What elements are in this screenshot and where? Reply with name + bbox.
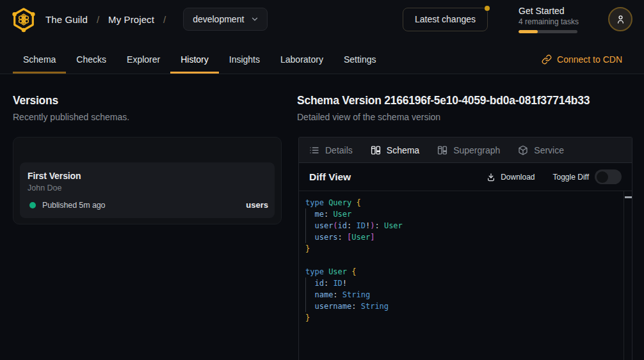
schema-code-viewer[interactable]: type Query { me: User user(id: ID!): Use… bbox=[299, 191, 632, 360]
code-token-paren: ] bbox=[370, 233, 374, 242]
main-content: Versions Recently published schemas. Fir… bbox=[0, 74, 644, 360]
project-name[interactable]: My Project bbox=[108, 14, 154, 25]
code-token-pl bbox=[305, 233, 314, 242]
tab-schema[interactable]: Schema bbox=[13, 45, 66, 74]
code-line: type Query { bbox=[305, 197, 616, 208]
tab-schema-label: Schema bbox=[23, 54, 56, 65]
connect-cdn-button[interactable]: Connect to CDN bbox=[542, 45, 622, 74]
version-list-item[interactable]: First Version John Doe Published 5m ago … bbox=[20, 162, 275, 218]
connect-cdn-label: Connect to CDN bbox=[557, 54, 622, 65]
get-started-progress-fill bbox=[519, 30, 538, 33]
tab-settings-label: Settings bbox=[344, 54, 376, 65]
toggle-diff-switch[interactable] bbox=[595, 169, 622, 184]
tab-insights-label: Insights bbox=[229, 54, 260, 65]
version-name: First Version bbox=[28, 171, 268, 182]
tab-settings[interactable]: Settings bbox=[334, 45, 387, 74]
code-scrollbar[interactable] bbox=[624, 191, 632, 360]
box-icon bbox=[518, 145, 528, 155]
org-name[interactable]: The Guild bbox=[45, 14, 88, 25]
panel-tabs: Details Schema bbox=[299, 137, 632, 163]
versions-subtitle: Recently published schemas. bbox=[13, 112, 282, 122]
tab-laboratory-label: Laboratory bbox=[280, 54, 323, 65]
code-token-scal: String bbox=[361, 302, 389, 311]
code-line: } bbox=[305, 243, 616, 254]
code-line: id: ID! bbox=[305, 278, 616, 289]
code-line: user(id: ID!): User bbox=[305, 220, 616, 231]
indent-guide bbox=[305, 278, 306, 312]
target-dropdown-value: development bbox=[193, 14, 244, 24]
tab-checks[interactable]: Checks bbox=[66, 45, 117, 74]
tab-history-label: History bbox=[181, 54, 209, 65]
user-icon bbox=[615, 14, 626, 25]
panel-tab-service-label: Service bbox=[534, 145, 564, 155]
code-token-punc: : bbox=[338, 233, 342, 242]
code-token-pl bbox=[380, 221, 384, 230]
panel-tab-supergraph-label: Supergraph bbox=[453, 145, 500, 155]
code-token-typ: User bbox=[351, 233, 370, 242]
panel-tab-service[interactable]: Service bbox=[518, 145, 564, 155]
main-nav: Schema Checks Explorer History Insights … bbox=[0, 38, 644, 74]
code-token-typ: Query bbox=[328, 198, 351, 207]
tab-history[interactable]: History bbox=[170, 45, 219, 74]
notification-dot bbox=[485, 6, 490, 11]
code-token-paren: ( bbox=[333, 221, 337, 230]
tab-laboratory[interactable]: Laboratory bbox=[270, 45, 334, 74]
code-token-typ: User bbox=[384, 221, 403, 230]
version-author: John Doe bbox=[28, 184, 268, 193]
code-token-pl bbox=[305, 290, 314, 299]
published-status-dot bbox=[29, 202, 36, 208]
get-started-widget[interactable]: Get Started 4 remaining tasks bbox=[519, 5, 577, 33]
code-token-typ: User bbox=[328, 267, 347, 276]
code-token-pl bbox=[305, 221, 314, 230]
target-dropdown[interactable]: development bbox=[183, 8, 268, 31]
get-started-subtitle: 4 remaining tasks bbox=[519, 18, 577, 26]
get-started-title: Get Started bbox=[519, 6, 577, 16]
schema-version-subtitle: Detailed view of the schema version bbox=[297, 112, 632, 122]
latest-changes-button[interactable]: Latest changes bbox=[403, 8, 488, 31]
panel-tab-schema[interactable]: Schema bbox=[371, 145, 419, 155]
code-line: username: String bbox=[305, 301, 616, 312]
hive-logo-icon[interactable] bbox=[11, 6, 36, 33]
code-token-pl bbox=[338, 290, 342, 299]
tab-insights[interactable]: Insights bbox=[219, 45, 270, 74]
code-token-punc: ! bbox=[342, 279, 347, 288]
panel-tab-details-label: Details bbox=[325, 145, 353, 155]
breadcrumb-separator: / bbox=[163, 14, 166, 25]
panel-tab-details[interactable]: Details bbox=[309, 145, 353, 155]
download-label: Download bbox=[501, 173, 535, 182]
chevron-down-icon bbox=[250, 15, 259, 24]
code-token-punc: : bbox=[333, 290, 337, 299]
tab-explorer[interactable]: Explorer bbox=[117, 45, 170, 74]
code-token-scal: String bbox=[342, 290, 370, 299]
code-token-punc: : bbox=[374, 221, 379, 230]
code-token-brace: { bbox=[357, 198, 361, 207]
code-line: type User { bbox=[305, 266, 616, 278]
code-token-pl bbox=[342, 233, 347, 242]
get-started-progressbar bbox=[519, 30, 577, 33]
panel-tab-supergraph[interactable]: Supergraph bbox=[437, 145, 500, 155]
toggle-diff-knob bbox=[597, 171, 608, 183]
code-token-fld: id bbox=[338, 221, 347, 230]
version-status-text: Published 5m ago bbox=[42, 201, 105, 210]
code-token-fld: username bbox=[314, 302, 351, 311]
code-line: } bbox=[305, 312, 616, 324]
code-token-fld: me bbox=[314, 210, 323, 219]
code-line: name: String bbox=[305, 289, 616, 301]
diff-view-header: Diff View Download Toggle Diff bbox=[299, 163, 632, 191]
code-line bbox=[305, 254, 616, 266]
versions-column: Versions Recently published schemas. Fir… bbox=[13, 93, 282, 360]
code-token-fld: id bbox=[314, 279, 323, 288]
code-token-scal: ID bbox=[357, 221, 366, 230]
service-badge: users bbox=[246, 200, 268, 210]
download-button[interactable]: Download bbox=[486, 172, 535, 182]
user-avatar[interactable] bbox=[608, 7, 632, 31]
code-token-typ: User bbox=[333, 210, 351, 219]
code-token-pl bbox=[351, 221, 356, 230]
schema-version-panel: Details Schema bbox=[298, 137, 632, 360]
code-token-kw: type bbox=[305, 267, 324, 276]
code-token-pl bbox=[356, 302, 360, 311]
schema-version-title: Schema Version 2166196f-5e10-4059-bd0a-0… bbox=[297, 93, 632, 107]
versions-title: Versions bbox=[13, 93, 282, 107]
code-scrollbar-thumb[interactable] bbox=[625, 196, 632, 198]
toggle-diff-label: Toggle Diff bbox=[553, 173, 589, 182]
